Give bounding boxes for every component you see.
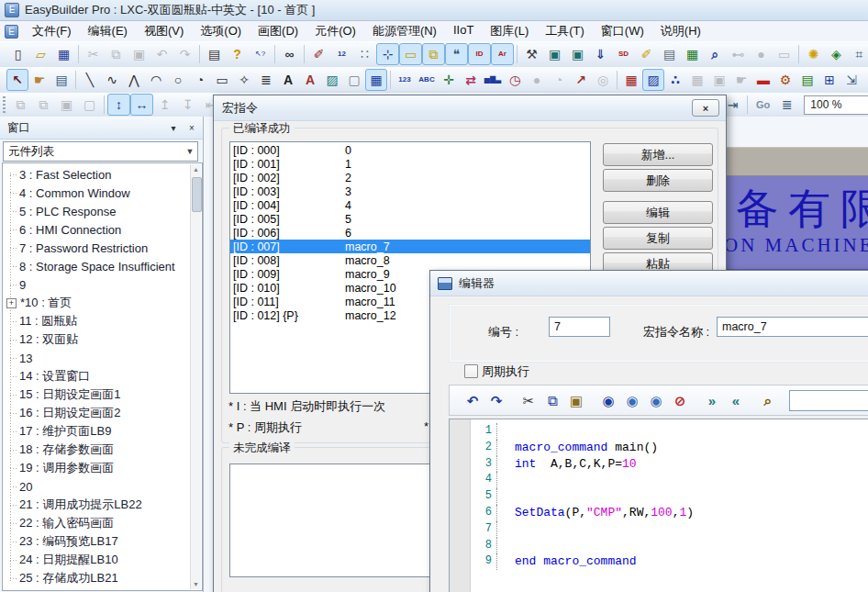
next-breakpoint-icon[interactable]: ◉ bbox=[620, 388, 644, 412]
datetime-icon[interactable]: 12 bbox=[330, 43, 353, 65]
add-button[interactable]: 新增... bbox=[603, 143, 713, 166]
copy-button[interactable]: 复制 bbox=[603, 227, 713, 250]
alarm-bar-icon[interactable]: ▬ bbox=[752, 69, 774, 91]
expander-icon[interactable]: + bbox=[6, 298, 17, 308]
comment-icon[interactable]: ❝ bbox=[445, 43, 468, 65]
data-transfer-icon[interactable]: ⇄ bbox=[460, 69, 482, 91]
pie-icon[interactable]: ◔ bbox=[189, 69, 211, 91]
outdent-icon[interactable]: « bbox=[724, 388, 748, 412]
pc-transfer-icon[interactable]: ⇲ bbox=[840, 69, 862, 91]
tree-item[interactable]: 11 : 圆瓶贴 bbox=[3, 312, 191, 330]
bezier-icon[interactable]: ∿ bbox=[101, 69, 123, 91]
print-icon[interactable]: ▤ bbox=[203, 43, 226, 65]
prev-breakpoint-icon[interactable]: ◉ bbox=[644, 388, 668, 412]
line-icon[interactable]: ╲ bbox=[79, 69, 101, 91]
context-help-icon[interactable]: ↖? bbox=[249, 43, 272, 65]
tree-item[interactable]: 13 bbox=[3, 349, 191, 367]
sd-card-icon[interactable]: SD bbox=[612, 43, 635, 65]
csv-file-icon[interactable]: ▤ bbox=[658, 43, 681, 65]
macro-search-input[interactable] bbox=[789, 390, 868, 411]
edit-button[interactable]: 编辑 bbox=[603, 201, 713, 224]
scroll-down-icon[interactable]: ▼ bbox=[191, 581, 201, 587]
menu-item[interactable]: 能源管理(N) bbox=[364, 21, 445, 41]
hand-icon[interactable]: ☛ bbox=[28, 69, 50, 91]
macro-list-row[interactable]: [ID : 001]1 bbox=[230, 157, 590, 171]
text-icon[interactable]: A bbox=[277, 69, 299, 91]
tree-item[interactable]: 19 : 调用参数画面 bbox=[3, 459, 191, 477]
menu-item[interactable]: 视图(V) bbox=[136, 21, 192, 41]
grid-icon[interactable]: ∷ bbox=[353, 43, 376, 65]
traffic-light-icon[interactable]: ◈ bbox=[825, 43, 848, 65]
format-brush-icon[interactable]: ✐ bbox=[307, 43, 330, 65]
circle-icon[interactable]: ○ bbox=[167, 69, 189, 91]
element-list-dropdown[interactable]: 元件列表 ▼ bbox=[3, 141, 198, 162]
macro-list-row[interactable]: [ID : 005]5 bbox=[230, 212, 590, 226]
tree-item[interactable]: 20 bbox=[3, 477, 191, 496]
online-simulation-icon[interactable]: ▣ bbox=[543, 43, 566, 65]
save-icon[interactable]: ▦ bbox=[52, 43, 75, 65]
recipe-icon[interactable]: ⚙ bbox=[774, 69, 796, 91]
cut-icon[interactable]: ✂ bbox=[517, 388, 540, 412]
close-icon[interactable]: × bbox=[692, 99, 719, 117]
grid-view-icon[interactable]: ▦ bbox=[365, 69, 387, 91]
star-icon[interactable]: ✧ bbox=[233, 69, 255, 91]
panel-collapse-icon[interactable]: ▾ bbox=[166, 120, 181, 135]
delete-button[interactable]: 删除 bbox=[603, 169, 713, 192]
tree-item[interactable]: 18 : 存储参数画面 bbox=[3, 441, 191, 459]
toolbar-grip[interactable] bbox=[3, 96, 6, 113]
macro-number-input[interactable] bbox=[549, 317, 610, 337]
macro-list-row[interactable]: [ID : 007]macro_7 bbox=[230, 240, 590, 253]
polyline-icon[interactable]: ⋀ bbox=[123, 69, 145, 91]
menu-item[interactable]: 图库(L) bbox=[482, 21, 537, 41]
tree-item[interactable]: 4 : Common Window bbox=[3, 184, 191, 202]
periodic-checkbox[interactable] bbox=[464, 364, 478, 378]
undo-icon[interactable]: ↶ bbox=[461, 388, 484, 412]
text-style-icon[interactable]: A bbox=[299, 69, 321, 91]
tree-item[interactable]: 14 : 设置窗口 bbox=[3, 367, 191, 385]
code-editor[interactable]: 1 2macro_command main()3int A,B,C,K,P=10… bbox=[449, 419, 868, 592]
zoom-select[interactable] bbox=[804, 95, 868, 115]
object-properties-icon[interactable]: ▤ bbox=[50, 69, 72, 91]
address-tag-icon[interactable]: ⌗ bbox=[848, 43, 868, 65]
clear-breakpoints-icon[interactable]: ⊘ bbox=[668, 388, 692, 412]
id-display-icon[interactable]: ID bbox=[468, 43, 491, 65]
center-horizontal-icon[interactable]: ↔ bbox=[130, 94, 153, 116]
tree-item[interactable]: 16 : 日期设定画面2 bbox=[3, 404, 191, 422]
menu-item[interactable]: 说明(H) bbox=[652, 21, 709, 41]
menu-item[interactable]: 元件(O) bbox=[306, 21, 364, 41]
menu-item[interactable]: 文件(F) bbox=[24, 21, 80, 41]
frame-icon[interactable]: ▢ bbox=[343, 69, 365, 91]
find-icon[interactable]: ⌕ bbox=[756, 388, 780, 412]
macro-list-row[interactable]: [ID : 006]6 bbox=[230, 226, 590, 240]
mdi-child-icon[interactable]: E bbox=[5, 25, 18, 39]
note-editor-icon[interactable]: ✐ bbox=[635, 43, 658, 65]
tree-item[interactable]: 12 : 双面贴 bbox=[3, 330, 191, 349]
tree-item[interactable]: 25 : 存储成功LB21 bbox=[3, 569, 191, 587]
window-settings-icon[interactable]: ▭ bbox=[399, 43, 422, 65]
tree-item[interactable]: +*10 : 首页 bbox=[3, 294, 191, 312]
move-object-icon[interactable]: ✛ bbox=[438, 69, 460, 91]
tree-item[interactable]: 3 : Fast Selection bbox=[3, 165, 191, 184]
macro-list-row[interactable]: [ID : 003]3 bbox=[230, 184, 590, 198]
menu-item[interactable]: 窗口(W) bbox=[593, 21, 652, 41]
toggle-breakpoint-icon[interactable]: ◉ bbox=[596, 388, 620, 412]
scatter-icon[interactable]: ∴ bbox=[664, 69, 686, 91]
picture-icon[interactable]: ▨ bbox=[321, 69, 343, 91]
ascii-display-icon[interactable]: ABC bbox=[416, 69, 438, 91]
tree-item[interactable]: 21 : 调用成功提示LB22 bbox=[3, 496, 191, 514]
find-icon[interactable]: ∞ bbox=[278, 43, 301, 65]
history-table-icon[interactable]: ▦ bbox=[620, 69, 642, 91]
tree-item[interactable]: 26 bbox=[3, 587, 191, 591]
pass-through-icon[interactable]: ⌕ bbox=[704, 43, 727, 65]
editor-dialog-titlebar[interactable]: 编辑器 bbox=[430, 271, 868, 296]
menu-item[interactable]: 选项(O) bbox=[192, 21, 250, 41]
rectangle-icon[interactable]: ▭ bbox=[211, 69, 233, 91]
macro-list-row[interactable]: [ID : 002]2 bbox=[230, 171, 590, 184]
macro-list-row[interactable]: [ID : 008]macro_8 bbox=[230, 253, 590, 267]
snap-icon[interactable]: ⊹ bbox=[376, 43, 399, 65]
overlap-windows-icon[interactable]: ⧉ bbox=[422, 43, 445, 65]
tree-item[interactable]: 22 : 输入密码画面 bbox=[3, 514, 191, 532]
macro-name-input[interactable] bbox=[717, 317, 868, 337]
tree-scrollbar[interactable]: ▲ ▼ bbox=[190, 164, 201, 589]
indent-icon[interactable]: » bbox=[700, 388, 724, 412]
